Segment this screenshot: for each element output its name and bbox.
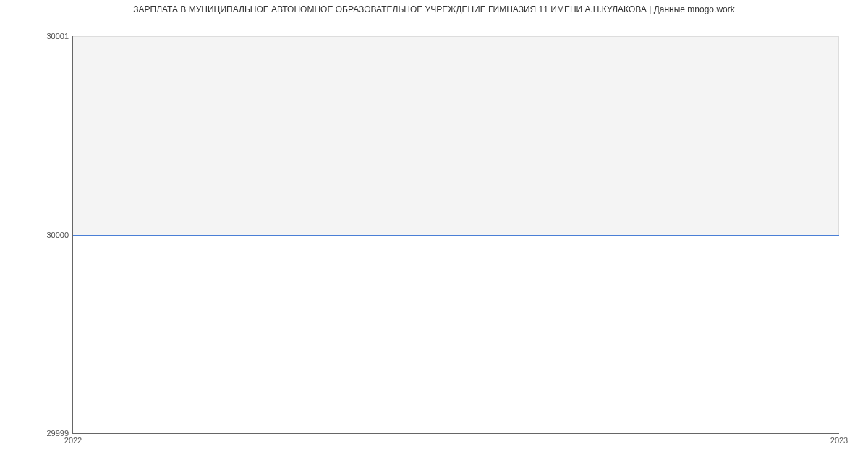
- plot-area: 30001 30000 29999 2022 2023: [72, 36, 839, 434]
- plot-upper-region: [73, 36, 839, 235]
- data-line: [73, 235, 839, 236]
- x-tick-label: 2022: [64, 433, 82, 445]
- y-tick-label: 30000: [46, 231, 73, 239]
- chart-title: ЗАРПЛАТА В МУНИЦИПАЛЬНОЕ АВТОНОМНОЕ ОБРА…: [0, 0, 868, 17]
- chart-container: 30001 30000 29999 2022 2023: [72, 36, 839, 434]
- y-tick-label: 30001: [46, 32, 73, 40]
- x-tick-label: 2023: [830, 433, 848, 445]
